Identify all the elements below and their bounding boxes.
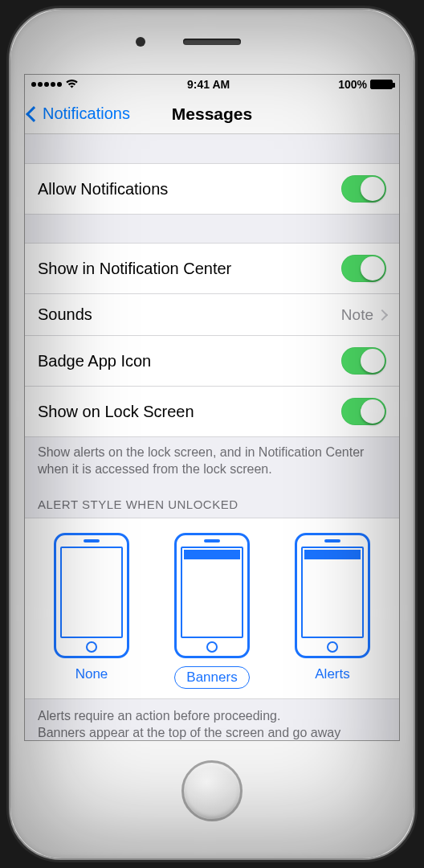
alert-style-header: ALERT STYLE WHEN UNLOCKED [25,478,399,518]
row-label: Sounds [38,305,92,324]
show-in-nc-row[interactable]: Show in Notification Center [25,243,399,294]
iphone-frame: 9:41 AM 100% Notifications Messages Allo… [9,8,415,860]
wifi-icon [65,78,79,91]
scroll-content[interactable]: Allow Notifications Show in Notification… [25,134,399,740]
row-label: Show on Lock Screen [38,403,194,421]
chevron-right-icon [377,309,388,320]
earpiece-speaker [183,39,241,45]
badge-app-icon-toggle[interactable] [341,347,386,375]
style-label: None [75,666,108,682]
chevron-left-icon [26,106,42,122]
show-in-nc-toggle[interactable] [341,255,386,282]
badge-app-icon-row[interactable]: Badge App Icon [25,335,399,387]
battery-icon [370,80,393,89]
row-label: Badge App Icon [38,352,151,371]
row-label: Show in Notification Center [38,260,231,278]
phone-preview-alerts-icon [295,533,370,658]
alert-style-footer: Alerts require an action before proceedi… [25,699,399,740]
show-on-lock-toggle[interactable] [341,398,386,425]
row-label: Allow Notifications [38,180,168,199]
front-camera [136,37,145,47]
back-button[interactable]: Notifications [25,104,130,123]
phone-preview-none-icon [54,533,129,658]
status-right: 100% [338,78,393,91]
show-on-lock-row[interactable]: Show on Lock Screen [25,386,399,437]
battery-percentage: 100% [338,78,367,91]
alert-style-selector: None Banners Alerts [25,518,399,699]
alert-style-none[interactable]: None [54,533,129,689]
sounds-value: Note [341,306,373,324]
home-button[interactable] [181,760,243,821]
status-time: 9:41 AM [187,78,230,91]
alert-style-banners[interactable]: Banners [174,533,250,689]
phone-preview-banners-icon [174,533,250,658]
sounds-row[interactable]: Sounds Note [25,293,399,336]
status-bar: 9:41 AM 100% [25,75,399,94]
back-label: Notifications [43,104,130,123]
section-footer-text: Show alerts on the lock screen, and in N… [25,436,399,478]
style-label: Alerts [315,666,349,682]
navigation-bar: Notifications Messages [25,94,399,134]
style-label-selected: Banners [174,666,249,689]
alert-style-alerts[interactable]: Alerts [295,533,370,689]
status-left [31,78,79,91]
device-screen: 9:41 AM 100% Notifications Messages Allo… [24,74,400,741]
cell-signal-icon [31,82,62,87]
allow-notifications-toggle[interactable] [341,175,386,203]
allow-notifications-row[interactable]: Allow Notifications [25,163,399,215]
